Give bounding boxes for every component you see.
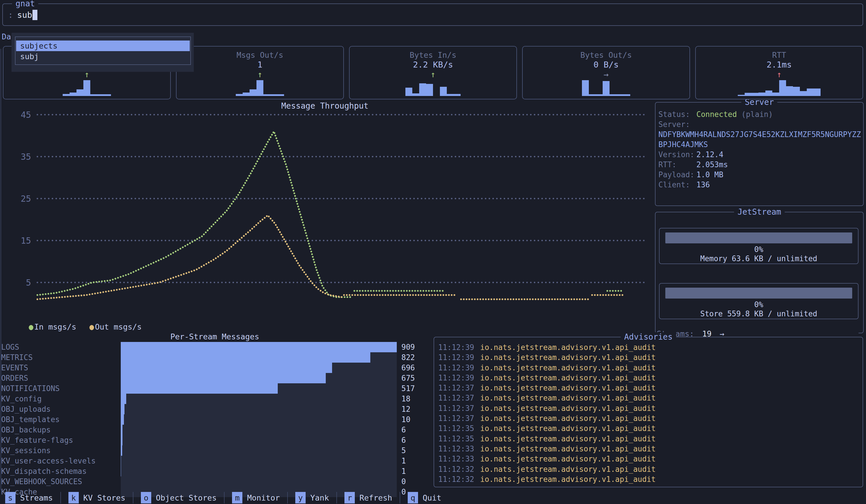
stream-message-count: 6 [401, 435, 406, 445]
advisory-row[interactable]: 11:12:35io.nats.jetstream.advisory.v1.ap… [438, 424, 860, 434]
stream-bar [121, 352, 370, 363]
advisory-subject: io.nats.jetstream.advisory.v1.api_audit [480, 474, 656, 484]
statusbar-item-monitor[interactable]: mMonitor [232, 492, 280, 503]
advisory-row[interactable]: 11:12:32io.nats.jetstream.advisory.v1.ap… [438, 474, 860, 484]
advisory-row[interactable]: 11:12:37io.nats.jetstream.advisory.v1.ap… [438, 414, 860, 424]
advisory-row[interactable]: 11:12:39io.nats.jetstream.advisory.v1.ap… [438, 373, 860, 383]
stream-name: KV_user-access-levels [1, 456, 96, 466]
advisory-timestamp: 11:12:32 [438, 464, 480, 474]
statusbar-item-object-stores[interactable]: oObject Stores [141, 492, 216, 503]
server-row-label: Payload: [658, 170, 696, 180]
connection-mode: (plain) [737, 110, 773, 119]
stream-row-NOTIFICATIONS[interactable]: NOTIFICATIONS517 [0, 383, 430, 394]
advisory-row[interactable]: 11:12:39io.nats.jetstream.advisory.v1.ap… [438, 363, 860, 373]
stream-row-KV_WEBHOOK_SOURCES[interactable]: KV_WEBHOOK_SOURCES0 [0, 477, 430, 487]
advisory-row[interactable]: 11:12:33io.nats.jetstream.advisory.v1.ap… [438, 454, 860, 464]
stream-row-KV_user-access-levels[interactable]: KV_user-access-levels1 [0, 456, 430, 466]
stream-message-count: 1 [401, 456, 406, 466]
stream-row-EVENTS[interactable]: EVENTS696 [0, 363, 430, 373]
server-row-value: 2.053ms [696, 160, 728, 169]
stream-row-KV_sessions[interactable]: KV_sessions5 [0, 445, 430, 456]
gnat-dashboard-screen: gnat : sub Da subjectssubj ↑Msgs Out/s1↑… [0, 0, 866, 504]
advisory-timestamp: 11:12:37 [438, 383, 480, 393]
statusbar-item-quit[interactable]: qQuit [408, 492, 441, 503]
legend-dot-icon [89, 325, 94, 330]
hotkey-badge-s[interactable]: s [5, 492, 15, 503]
advisory-subject: io.nats.jetstream.advisory.v1.api_audit [480, 363, 656, 373]
sparkline-bar [426, 84, 433, 96]
advisory-row[interactable]: 11:12:32io.nats.jetstream.advisory.v1.ap… [438, 464, 860, 474]
advisory-timestamp: 11:12:39 [438, 352, 480, 363]
y-axis-tick-15: 15 [21, 236, 31, 246]
stream-row-METRICS[interactable]: METRICS822 [0, 352, 430, 363]
stream-bar [121, 435, 122, 445]
server-row: Version:2.12.4 [658, 150, 862, 160]
stream-row-OBJ_uploads[interactable]: OBJ_uploads12 [0, 404, 430, 414]
stream-row-OBJ_backups[interactable]: OBJ_backups6 [0, 425, 430, 435]
stream-bar [121, 414, 124, 425]
stream-name: KV_sessions [1, 445, 51, 456]
stat-card-bytes-out-s: Bytes Out/s0 B/s→ [522, 46, 690, 99]
stream-message-count: 5 [401, 445, 406, 456]
advisory-timestamp: 11:12:39 [438, 343, 480, 352]
sparkline-bar [596, 94, 603, 96]
advisory-row[interactable]: 11:12:39io.nats.jetstream.advisory.v1.ap… [438, 352, 860, 363]
advisory-subject: io.nats.jetstream.advisory.v1.api_audit [480, 444, 656, 454]
store-usage-gauge [665, 288, 852, 299]
advisory-row[interactable]: 11:12:37io.nats.jetstream.advisory.v1.ap… [438, 383, 860, 393]
stream-row-KV_config[interactable]: KV_config18 [0, 394, 430, 404]
sparkline-bar [277, 94, 284, 96]
stream-name: OBJ_uploads [1, 404, 51, 414]
advisory-row[interactable]: 11:12:39io.nats.jetstream.advisory.v1.ap… [438, 343, 860, 352]
advisory-row[interactable]: 11:12:37io.nats.jetstream.advisory.v1.ap… [438, 393, 860, 403]
server-row: Client:136 [658, 180, 862, 190]
command-prompt[interactable]: : sub [8, 10, 37, 20]
statusbar-item-refresh[interactable]: rRefresh [344, 492, 392, 503]
sparkline-bar [617, 94, 623, 96]
advisory-subject: io.nats.jetstream.advisory.v1.api_audit [480, 393, 656, 403]
server-row: Status:Connected (plain) [658, 110, 862, 120]
hotkey-badge-r[interactable]: r [344, 492, 355, 503]
statusbar-item-kv-stores[interactable]: kKV Stores [68, 492, 125, 503]
statusbar-item-yank[interactable]: yYank [295, 492, 329, 503]
advisory-row[interactable]: 11:12:35io.nats.jetstream.advisory.v1.ap… [438, 434, 860, 444]
series-out-msgs-s-seg0 [37, 215, 342, 299]
sparkline-bar [779, 80, 786, 96]
stream-name: LOGS [1, 342, 19, 352]
hotkey-badge-o[interactable]: o [141, 492, 151, 503]
hotkey-badge-y[interactable]: y [295, 492, 306, 503]
sparkline-bar [243, 92, 249, 96]
jetstream-panel: JetStream 0% Memory 63.6 KB / unlimited … [655, 212, 864, 333]
hotkey-badge-q[interactable]: q [408, 492, 418, 503]
y-axis-tick-5: 5 [26, 278, 31, 288]
stream-message-count: 517 [401, 383, 415, 394]
stream-row-KV_feature-flags[interactable]: KV_feature-flags6 [0, 435, 430, 445]
jetstream-panel-title: JetStream [734, 207, 785, 217]
hotkey-badge-k[interactable]: k [68, 492, 79, 503]
hotkey-badge-m[interactable]: m [232, 492, 242, 503]
statusbar-item-streams[interactable]: sStreams [5, 492, 53, 503]
statusbar-separator [133, 492, 133, 503]
sparkline-bar [623, 94, 630, 96]
stream-row-LOGS[interactable]: LOGS909 [0, 342, 430, 352]
stream-row-ORDERS[interactable]: ORDERS675 [0, 373, 430, 383]
advisory-timestamp: 11:12:39 [438, 363, 480, 373]
command-input[interactable]: sub [17, 10, 32, 20]
store-usage-box: 0% Store 559.8 KB / unlimited [659, 283, 858, 319]
server-row-label: Version: [658, 150, 696, 160]
autocomplete-option-subjects[interactable]: subjects [16, 41, 190, 51]
stat-card-title: Bytes In/s [410, 51, 457, 60]
memory-usage-percent: 0% [659, 245, 858, 254]
server-row: Payload:1.0 MB [658, 170, 862, 180]
stream-row-OBJ_templates[interactable]: OBJ_templates10 [0, 414, 430, 425]
trend-arrow-icon: ↑ [777, 69, 781, 79]
y-axis-tick-25: 25 [21, 194, 31, 204]
advisory-row[interactable]: 11:12:37io.nats.jetstream.advisory.v1.ap… [438, 403, 860, 414]
sparkline-bar [745, 93, 752, 96]
stream-bar [121, 342, 397, 352]
sparkline-bar [807, 89, 814, 96]
stream-bar [121, 466, 121, 477]
advisory-row[interactable]: 11:12:33io.nats.jetstream.advisory.v1.ap… [438, 444, 860, 454]
stream-row-KV_dispatch-schemas[interactable]: KV_dispatch-schemas1 [0, 466, 430, 477]
autocomplete-option-subj[interactable]: subj [16, 51, 190, 62]
